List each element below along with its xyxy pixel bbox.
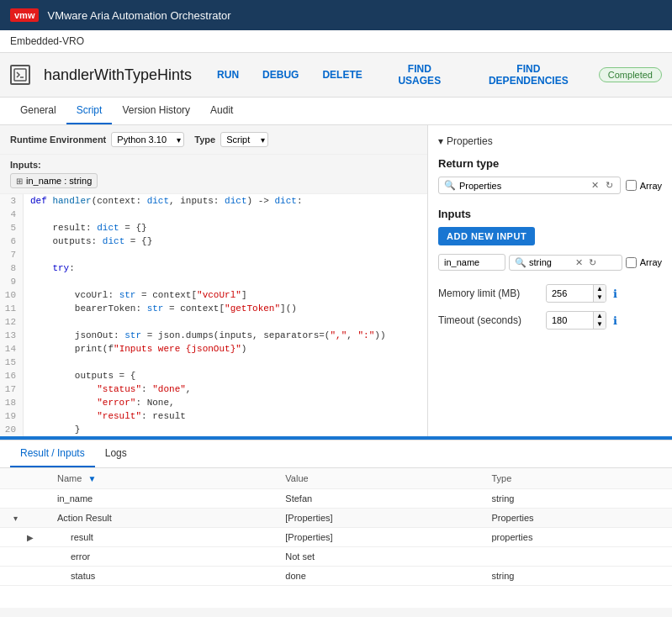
col-name-header: Name ▼ [47,468,275,489]
code-line: 9 [0,275,427,288]
handler-icon [10,65,30,85]
memory-limit-input[interactable] [547,286,593,301]
runtime-control-group: Runtime Environment Python 3.10 [10,132,184,147]
expand-button[interactable]: ▶ [24,533,37,542]
handler-header: handlerWithTypeHints RUN DEBUG DELETE FI… [0,53,672,98]
row-name: in_name [47,489,275,509]
input-field-row: 🔍 ✕ ↻ Array [438,254,662,271]
memory-limit-spinner[interactable]: ▲ ▼ [546,284,606,303]
clear-return-type-button[interactable]: ✕ [590,180,601,191]
clear-type-button[interactable]: ✕ [574,257,585,268]
code-line: 14 print(f"Inputs were {jsonOut}") [0,342,427,356]
input-type-search[interactable]: 🔍 ✕ ↻ [509,255,622,271]
tab-logs[interactable]: Logs [95,440,137,467]
code-line: 12 [0,315,427,329]
debug-button[interactable]: DEBUG [257,66,304,84]
breadcrumb: Embedded-VRO [0,30,672,53]
return-type-group: Return type 🔍 ✕ ↻ Array [438,157,662,194]
code-line: 4 [0,208,427,221]
delete-button[interactable]: DELETE [317,66,367,84]
memory-limit-down-button[interactable]: ▼ [594,293,606,302]
type-label: Type [194,134,215,145]
table-row: error Not set [0,547,672,567]
tab-audit[interactable]: Audit [200,98,243,124]
tab-bar: General Script Version History Audit [0,98,672,125]
add-new-input-button[interactable]: ADD NEW INPUT [438,227,535,245]
row-name: status [47,567,275,586]
row-type [481,547,672,567]
code-line: 5 result: dict = {} [0,221,427,235]
row-check [0,547,47,567]
search-icon: 🔍 [444,180,456,191]
code-line: 13 jsonOut: str = json.dumps(inputs, sep… [0,329,427,342]
tab-version-history[interactable]: Version History [112,98,200,124]
memory-limit-row: Memory limit (MB) ▲ ▼ ℹ [438,284,662,303]
find-dependencies-button[interactable]: FIND DEPENDENCIES [472,60,585,90]
section-header: ▾ Properties [438,135,662,147]
refresh-type-button[interactable]: ↻ [587,257,598,268]
timeout-row: Timeout (seconds) ▲ ▼ ℹ [438,311,662,330]
memory-limit-info-icon[interactable]: ℹ [613,287,617,300]
row-name: result [47,528,275,547]
top-bar: vmw VMware Aria Automation Orchestrator [0,0,672,30]
timeout-down-button[interactable]: ▼ [594,320,606,329]
row-type: Properties [481,509,672,528]
timeout-input[interactable] [547,313,593,328]
row-name: error [47,547,275,567]
tab-script[interactable]: Script [66,98,113,124]
runtime-select[interactable]: Python 3.10 [111,132,184,147]
memory-limit-up-button[interactable]: ▲ [594,285,606,293]
results-table: Name ▼ Value Type in_name Stefan string … [0,468,672,586]
input-array-label: Array [626,257,662,268]
type-control-group: Type Script [194,132,268,147]
editor-controls: Runtime Environment Python 3.10 Type Scr… [0,125,427,155]
bottom-tab-bar: Result / Inputs Logs [0,440,672,468]
timeout-up-button[interactable]: ▲ [594,312,606,320]
row-type: properties [481,528,672,547]
status-badge: Completed [599,67,662,82]
memory-limit-label: Memory limit (MB) [438,287,539,299]
code-line: 18 "error": None, [0,396,427,409]
editor-panel: Runtime Environment Python 3.10 Type Scr… [0,125,428,436]
row-value: [Properties] [275,509,481,528]
run-button[interactable]: RUN [212,66,244,84]
input-name-field[interactable] [438,254,505,271]
runtime-label: Runtime Environment [10,134,106,145]
table-row: ▾ Action Result [Properties] Properties [0,509,672,528]
table-row: status done string [0,567,672,586]
row-name: Action Result [47,509,275,528]
app-title: VMware Aria Automation Orchestrator [47,9,230,22]
properties-section-title: Properties [447,135,493,147]
timeout-spinner[interactable]: ▲ ▼ [546,311,606,330]
table-row: in_name Stefan string [0,489,672,509]
code-editor[interactable]: 3 def handler(context: dict, inputs: dic… [0,194,427,436]
expand-button[interactable]: ▾ [10,514,21,523]
col-value-header: Value [275,468,481,489]
input-tag-icon: ⊞ [16,177,23,186]
input-array-text: Array [640,257,662,267]
code-line: 15 [0,356,427,369]
refresh-return-type-button[interactable]: ↻ [604,180,615,191]
code-line: 20 } [0,423,427,436]
type-select[interactable]: Script [220,132,268,147]
input-type-input[interactable] [529,257,571,267]
tab-result-inputs[interactable]: Result / Inputs [10,440,95,467]
code-line: 7 [0,248,427,261]
return-type-array-checkbox[interactable] [626,180,637,191]
return-type-array-label: Array [626,180,662,191]
input-array-checkbox[interactable] [626,257,637,268]
code-line: 3 def handler(context: dict, inputs: dic… [0,194,427,208]
return-type-search[interactable]: 🔍 ✕ ↻ [438,177,621,194]
inputs-prop-group: Inputs ADD NEW INPUT 🔍 ✕ ↻ Array [438,208,662,271]
handler-title: handlerWithTypeHints [44,66,192,84]
input-tag: ⊞ in_name : string [10,173,98,188]
col-type-header: Type [481,468,672,489]
tab-general[interactable]: General [10,98,66,124]
col-check [0,468,47,489]
row-check: ▶ [0,528,47,547]
timeout-info-icon[interactable]: ℹ [613,314,617,327]
return-type-input[interactable] [459,181,586,191]
row-type: string [481,567,672,586]
find-usages-button[interactable]: FIND USAGES [381,60,458,90]
bottom-panel: Result / Inputs Logs Name ▼ Value Type i… [0,440,672,608]
